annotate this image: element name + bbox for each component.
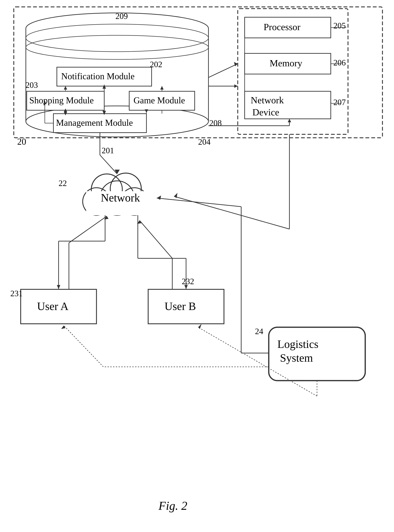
svg-line-45 <box>100 155 117 174</box>
svg-marker-49 <box>288 119 291 122</box>
svg-line-76 <box>64 325 103 367</box>
network-device-label-2: Device <box>252 107 279 118</box>
ref-204-label: 204 <box>198 137 211 146</box>
user-a-label: User A <box>37 300 68 312</box>
ref-22-label: 22 <box>59 179 67 188</box>
svg-marker-61 <box>184 285 188 289</box>
ref-20-label: 20 <box>17 137 26 147</box>
figure-caption: Fig. 2 <box>158 499 187 512</box>
svg-line-66 <box>69 216 107 243</box>
notification-module-label: Notification Module <box>61 71 135 81</box>
shopping-module-label: Shopping Module <box>29 95 94 105</box>
ref-205-label: 205 <box>333 21 346 30</box>
svg-line-63 <box>140 220 172 258</box>
ref-206-label: 206 <box>333 58 346 67</box>
network-device-label-1: Network <box>251 95 284 105</box>
network-cloud: Network 22 <box>59 173 155 215</box>
ref-209-label: 209 <box>115 11 128 21</box>
memory-label: Memory <box>270 58 302 68</box>
ref-231-label: 231 <box>10 289 23 298</box>
ref-207-label: 207 <box>333 98 346 107</box>
logistics-label-2: System <box>280 352 313 364</box>
svg-marker-31 <box>234 84 238 88</box>
logistics-label-1: Logistics <box>277 338 318 350</box>
ref-232-label: 232 <box>182 277 194 286</box>
processor-label: Processor <box>264 22 301 32</box>
ref-201-label: 201 <box>102 146 114 155</box>
svg-marker-71 <box>157 196 161 200</box>
svg-line-79 <box>208 64 238 77</box>
svg-marker-74 <box>198 324 202 329</box>
management-module-label: Management Module <box>56 118 133 128</box>
ref-208-label: 208 <box>209 118 222 127</box>
diagram: 20 209 Notification Module 202 203 Shopp… <box>0 0 394 532</box>
svg-marker-80 <box>234 62 238 66</box>
network-label: Network <box>101 191 140 204</box>
user-b-label: User B <box>165 300 196 312</box>
ref-203-label: 203 <box>26 80 38 90</box>
svg-marker-57 <box>57 285 60 289</box>
svg-marker-77 <box>61 325 65 329</box>
ref-202-label: 202 <box>150 60 162 69</box>
game-module-label: Game Module <box>134 95 185 105</box>
ref-24-label: 24 <box>255 327 263 336</box>
svg-line-70 <box>157 198 241 207</box>
